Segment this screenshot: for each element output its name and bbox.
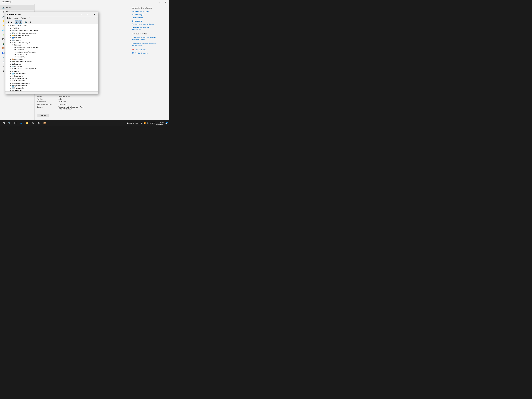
dm-close-button[interactable]: ✕: [91, 12, 97, 16]
clock-date: 17.02.2024: [156, 123, 164, 125]
tree-firmware[interactable]: ▼ ⚙ Firmware: [6, 44, 98, 46]
tree-bluetooth[interactable]: ▶ 🔵 Bluetooth: [6, 37, 98, 39]
sound-icon: 🔊: [2, 15, 5, 18]
help-link-sprachen[interactable]: Überprüfen, ob mehrere Sprachenunterstüt…: [132, 37, 166, 41]
tree-system-geraete[interactable]: ▶ 💻 Systemgeräte: [6, 87, 98, 89]
dm-minimize-button[interactable]: —: [78, 12, 84, 16]
tree-root[interactable]: ▼ 🖥 DESKTOP-EABCIMJ: [6, 25, 98, 27]
audio-io-icon: 🔊: [12, 32, 14, 34]
dm-maximize-button[interactable]: □: [85, 12, 91, 16]
taskbar-taskview-button[interactable]: ❑: [13, 120, 18, 126]
aggregator-icon: ⚙: [14, 51, 16, 53]
copy-button[interactable]: Kopieren: [37, 114, 49, 117]
firmware-icon: ⚙: [12, 44, 14, 46]
info-row-installiert: Installiert am 15.02.2021: [37, 101, 129, 103]
dm-window-controls: — □ ✕: [78, 12, 97, 16]
copy-btn[interactable]: Kopieren: [37, 114, 49, 117]
sidebar-item-system[interactable]: 💻 System: [0, 5, 34, 10]
dm-menu-ansicht[interactable]: Ansicht: [20, 17, 27, 19]
weather-widget[interactable]: 🌥 13°C Bewölkt: [127, 122, 138, 124]
related-link-systemschutz[interactable]: Systemschutz: [132, 20, 166, 22]
taskbar-start-button[interactable]: ⊞: [1, 120, 6, 126]
tree-surface-aggregator[interactable]: ⚙ Surface System Aggregator: [6, 51, 98, 53]
tree-audio[interactable]: ▶ 🎵 Audio, Video und Gamecontroller: [6, 29, 98, 32]
hilfe-anfordern-link[interactable]: Hilfe anfordern: [135, 49, 146, 51]
laufwerke-icon: 💿: [12, 65, 14, 68]
tree-maeuse[interactable]: ▶ 🖱 Mäuse und andere Zeigegeräte: [6, 68, 98, 70]
dm-menu-aktion[interactable]: Aktion: [13, 17, 19, 19]
taskbar-store-button[interactable]: 🛍: [30, 120, 36, 126]
netzwerk-icon: 🌐: [12, 73, 14, 75]
dm-toolbar-display[interactable]: 🖥: [29, 20, 32, 24]
weather-text: 13°C Bewölkt: [129, 122, 138, 124]
tree-speicher-ctrl[interactable]: ▶ 💾 Speichercontroller: [6, 84, 98, 87]
dm-menu-datei[interactable]: Datei: [6, 17, 12, 19]
tree-surface-touch[interactable]: ⚙ Surface Touch: [6, 53, 98, 56]
dm-title-text: Geräte-Manager: [9, 13, 78, 15]
tree-tastaturen[interactable]: ▶ ⌨ Tastaturen: [6, 89, 98, 91]
notification-button[interactable]: 💬 3: [165, 121, 168, 125]
related-link-remote[interactable]: Remotedesktop: [132, 17, 166, 19]
tree-monitore[interactable]: ▶ 🖥 Monitore: [6, 70, 98, 72]
tree-akkus[interactable]: ▶ ⚡ Akkus: [6, 27, 98, 29]
tree-laufwerke[interactable]: ▶ 💿 Laufwerke: [6, 65, 98, 68]
software-geraete-label: Softwaregeräte: [14, 80, 25, 82]
tree-grafik[interactable]: ▶ 🎨 Grafikkarten: [6, 58, 98, 61]
tree-biometric[interactable]: ▶ 🔒 Biometrische Geräte: [6, 34, 98, 37]
taskbar-explorer-button[interactable]: 📁: [25, 120, 30, 126]
root-label: DESKTOP-EABCIMJ: [12, 25, 27, 27]
related-link-geraete[interactable]: Geräte-Manager: [132, 14, 166, 16]
feedback-senden-link[interactable]: Feedback senden: [135, 52, 148, 54]
info-icon: ℹ: [2, 70, 5, 72]
tree-sicherheit[interactable]: ▶ 🛡 Sicherheitsgeräte: [6, 77, 98, 80]
taskbar-edge-button[interactable]: ◈: [19, 120, 24, 126]
dm-toolbar-help[interactable]: ?: [19, 20, 22, 24]
info-row-edition: Edition Windows 10 Pro: [37, 95, 129, 97]
maeuse-label: Mäuse und andere Zeigegeräte: [14, 68, 37, 70]
dm-toolbar-back[interactable]: ◀: [6, 20, 10, 24]
tree-surface-uefi[interactable]: ⚙ Surface UEFI: [6, 56, 98, 58]
tree-prozessoren[interactable]: ▶ ⚙ Prozessoren: [6, 75, 98, 77]
dm-toolbar-pc[interactable]: 🖥: [15, 20, 19, 24]
tree-hid[interactable]: ▶ 🎮 Human Interface Devices: [6, 61, 98, 63]
settings-title-text: Einstellungen: [0, 0, 15, 4]
sensor-hub-icon: ⚙: [14, 46, 16, 48]
tray-network[interactable]: 🖥: [141, 122, 143, 124]
sidebar-system-label: System: [6, 7, 12, 8]
tree-kameras[interactable]: ▶ 📷 Kameras: [6, 63, 98, 65]
tray-volume[interactable]: 🔊: [146, 122, 149, 124]
taskbar-settings-button[interactable]: ⚙: [36, 120, 42, 126]
taskbar-clock[interactable]: 15:43 17.02.2024: [156, 121, 164, 125]
taskbar-app-button[interactable]: 📦: [42, 120, 47, 126]
akkus-label: Akkus: [14, 27, 19, 29]
tree-computer[interactable]: ▶ 💻 Computer: [6, 39, 98, 41]
taskbar-search-button[interactable]: 🔍: [7, 120, 12, 126]
tree-netzwerk[interactable]: ▶ 🌐 Netzwerkadapter: [6, 72, 98, 75]
info-label-version: Version: [37, 98, 58, 100]
tree-sensor-hub[interactable]: ⚙ Surface Integrated Sensor Hub: [6, 46, 98, 49]
sicherheit-label: Sicherheitsgeräte: [14, 77, 27, 79]
tree-software-geraete[interactable]: ▶ ⚙ Softwaregeräte: [6, 80, 98, 82]
tray-arrow[interactable]: ∧: [139, 122, 140, 124]
surface-me-icon: ⚙: [14, 49, 16, 51]
settings-maximize-button[interactable]: □: [157, 0, 163, 4]
settings-minimize-button[interactable]: —: [151, 0, 157, 4]
dm-toolbar-forward[interactable]: ▶: [10, 20, 13, 24]
related-link-erweitert[interactable]: Erweiterte Systemeinstellungen: [132, 23, 166, 25]
tree-software-komponenten[interactable]: ▶ ⚙ Softwarekomponenten: [6, 82, 98, 84]
related-link-umbenennen[interactable]: Diesen PC umbenennen(fortgeschritten): [132, 26, 166, 30]
tray-wifi[interactable]: 📶: [144, 122, 146, 124]
language-indicator[interactable]: DEU SG: [150, 122, 155, 124]
dm-menu-help[interactable]: ?: [28, 17, 31, 19]
tree-surface-me[interactable]: ⚙ Surface ME: [6, 49, 98, 51]
related-link-bitlocker[interactable]: BitLocker-Einstellungen: [132, 11, 166, 12]
settings-close-button[interactable]: ✕: [163, 0, 169, 4]
tree-audio-io[interactable]: ▶ 🔊 Audioeingänge und -ausgänge: [6, 32, 98, 34]
help-link-kerne[interactable]: Herausfinden, wie viele Kerne meinProzes…: [132, 42, 166, 47]
notification-badge: 3: [166, 121, 168, 123]
firmware-label: Firmware: [14, 44, 21, 46]
info-value-installiert: 15.02.2021: [58, 101, 66, 103]
tree-drucker[interactable]: ▶ 🖨 Druckwarteschlangen: [6, 41, 98, 44]
info-value-leistung: Windows Feature Experience Pack1000.1904…: [58, 106, 83, 110]
dm-toolbar-monitor[interactable]: 📺: [24, 20, 27, 24]
